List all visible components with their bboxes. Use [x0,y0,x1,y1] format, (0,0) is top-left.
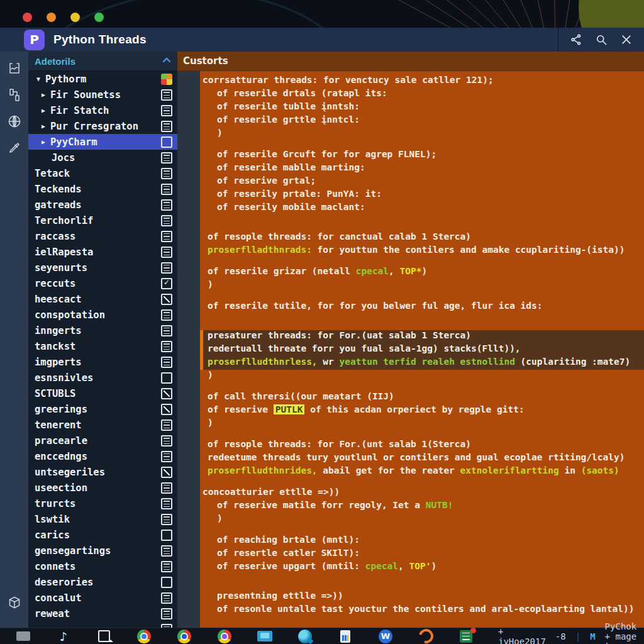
sidebar-item-reweat[interactable]: reweat [28,606,177,621]
file-icon[interactable] [161,325,172,336]
file-icon[interactable] [161,199,172,211]
file-icon[interactable] [161,247,172,258]
sync-icon[interactable] [418,629,434,644]
file-icon[interactable] [161,215,172,226]
chevron-collapsed-icon[interactable]: ▶ [42,91,50,98]
sidebar-item-tetack[interactable]: Tetack [28,165,177,181]
checkbox-slash-icon[interactable] [161,467,172,478]
sidebar-item-esnsnivles[interactable]: esnsnivles [28,370,177,386]
sidebar-item-lswtik[interactable]: lswtik [28,511,177,527]
chrome-icon[interactable] [136,629,152,644]
file-icon[interactable] [161,419,172,431]
word-icon[interactable]: W [377,629,394,644]
zoom-light[interactable] [70,13,80,22]
sidebar-item-sctubls[interactable]: SCTUBLS [28,386,177,401]
code-area[interactable]: corrsatturar threads: for venctucy sale … [177,71,644,628]
sidebar-item-gatreads[interactable]: gatreads [28,197,177,213]
checkbox-slash-icon[interactable] [161,294,172,305]
sidebar-item-pyycharm[interactable]: ▶PyyCharm [28,134,177,150]
checkbox-checked-icon[interactable] [161,278,172,289]
chevron-collapsed-icon[interactable]: ▶ [42,107,50,114]
minimize-light[interactable] [47,13,56,22]
share-icon[interactable] [564,28,589,52]
sidebar-item-untsegeriles[interactable]: untsegeriles [28,464,177,480]
file-icon[interactable] [161,608,172,619]
frame-icon[interactable] [7,61,22,76]
file-icon[interactable] [161,482,172,494]
globe-icon[interactable] [7,114,22,129]
checkbox-empty-icon[interactable] [161,577,172,588]
file-icon[interactable] [161,498,172,509]
search-icon[interactable] [589,28,614,52]
close-icon[interactable] [614,28,639,52]
file-icon[interactable] [161,561,172,572]
sidebar-item-fir-statch[interactable]: ▶Fir Statch [28,103,177,118]
file-icon[interactable] [161,435,172,447]
sidebar-item-inngerts[interactable]: inngerts [28,323,177,338]
screenshare-icon[interactable] [257,629,273,644]
sidebar-item-carics[interactable]: carics [28,527,177,543]
close-light[interactable] [23,13,32,22]
tab-custorts[interactable]: Custorts [183,55,228,67]
sidebar-item-partial[interactable] [28,621,177,628]
sidebar-item-conspotation[interactable]: conspotation [28,307,177,323]
checkbox-empty-icon[interactable] [161,136,172,148]
sidebar-item-terchorlif[interactable]: Terchorlif [28,213,177,228]
sidebar-item-tanckst[interactable]: tanckst [28,338,177,354]
excel-icon[interactable] [458,629,474,644]
file-icon[interactable] [161,309,172,321]
file-icon[interactable] [161,152,172,164]
checkbox-empty-icon[interactable] [161,530,172,541]
sidebar-item-ielrapesta[interactable]: ielRapesta [28,244,177,260]
file-icon[interactable] [161,592,172,604]
sidebar-item-imgperts[interactable]: imgperts [28,354,177,370]
checkbox-empty-icon[interactable] [161,372,172,384]
sidebar-item-heescact[interactable]: heescact [28,291,177,307]
chrome-blue-icon[interactable] [176,629,192,644]
taskview-icon[interactable] [96,629,112,644]
pen-icon[interactable] [7,140,22,155]
sidebar-item-tenerent[interactable]: tenerent [28,417,177,433]
sidebar-item-concalut[interactable]: concalut [28,590,177,606]
chevron-collapsed-icon[interactable]: ▶ [42,138,50,145]
sidebar-item-enccedngs[interactable]: enccedngs [28,448,177,464]
file-icon[interactable] [161,341,172,352]
chevron-expanded-icon[interactable]: ▼ [36,75,45,82]
edge-icon[interactable] [297,629,313,644]
sidebar-item-reccuts[interactable]: reccuts [28,275,177,291]
sidebar-item-raccass[interactable]: raccass [28,228,177,244]
sidebar-item-connets[interactable]: connets [28,558,177,574]
sidebar-item-deserories[interactable]: deserories [28,574,177,590]
window-icon[interactable] [15,629,31,644]
file-icon[interactable] [161,262,172,274]
file-icon[interactable] [161,231,172,242]
chrome-purple-icon[interactable] [216,629,233,644]
checkbox-slash-icon[interactable] [161,404,172,415]
sidebar-item-teckends[interactable]: Teckends [28,181,177,197]
file-icon[interactable] [161,357,172,368]
checkbox-slash-icon[interactable] [161,388,172,399]
sidebar-item-gensegartings[interactable]: gensegartings [28,543,177,558]
file-icon[interactable] [161,545,172,557]
sidebar-item-greerings[interactable]: greerings [28,401,177,417]
sidebar-item-fir-sounetss[interactable]: ▶Fir Sounetss [28,87,177,103]
sidebar-item-jocs[interactable]: Jocs [28,150,177,165]
sidebar-item-useection[interactable]: useection [28,480,177,496]
sidebar-item-pur-crresgraton[interactable]: ▶Pur Crresgraton [28,118,177,134]
file-icon[interactable] [161,184,172,195]
package-icon[interactable] [7,595,22,610]
file-icon[interactable] [161,121,172,132]
chevron-up-icon[interactable] [162,55,171,67]
file-icon[interactable] [161,105,172,116]
file-icon[interactable] [161,514,172,525]
sidebar-item-trurcts[interactable]: trurcts [28,496,177,511]
file-icon[interactable] [161,451,172,462]
sidebar-item-seyenurts[interactable]: seyenurts [28,260,177,275]
app-icon[interactable] [161,74,172,85]
doc-chart-icon[interactable] [337,629,353,644]
sidebar-item-pracearle[interactable]: pracearle [28,433,177,448]
file-icon[interactable] [161,168,172,179]
fullscreen-light[interactable] [94,13,104,22]
branch-icon[interactable] [7,87,22,103]
sidebar-item-pythorm[interactable]: ▼Pythorm [28,71,177,87]
